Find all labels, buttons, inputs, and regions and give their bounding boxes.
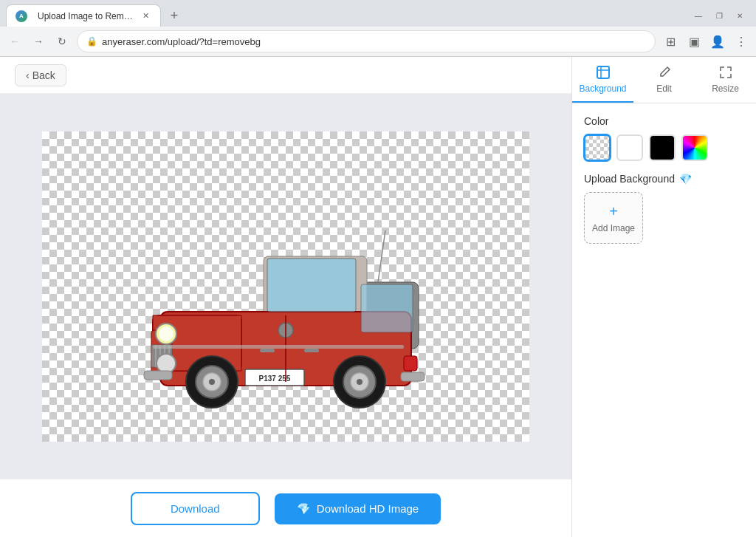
svg-rect-31 [153, 345, 404, 349]
svg-point-27 [357, 379, 362, 385]
add-image-label: Add Image [592, 223, 635, 233]
svg-rect-32 [401, 372, 425, 381]
edit-tab-label: Edit [656, 83, 672, 94]
svg-rect-33 [404, 356, 417, 371]
translate-icon[interactable]: ⊞ [662, 33, 679, 50]
footer-bar: Download 💎 Download HD Image [0, 479, 571, 537]
svg-rect-29 [260, 349, 275, 352]
background-tab-label: Background [579, 83, 626, 94]
browser-toolbar-icons: ⊞ ▣ 👤 ⋮ [662, 33, 750, 50]
browser-favicon: A [16, 10, 27, 22]
add-image-button[interactable]: + Add Image [584, 192, 643, 244]
resize-tab-icon [718, 64, 734, 81]
back-chevron-icon: ‹ [26, 69, 30, 81]
svg-rect-7 [361, 284, 413, 332]
url-text: anyeraser.com/upload/?td=removebg [102, 36, 261, 47]
custom-color-swatch[interactable] [681, 134, 708, 161]
svg-point-15 [157, 354, 176, 373]
diamond-icon: 💎 [297, 502, 311, 516]
tab-close-button[interactable]: ✕ [140, 10, 151, 22]
new-tab-button[interactable]: + [164, 5, 185, 26]
sidebar-icon[interactable]: ▣ [685, 33, 703, 50]
edit-tab-icon [656, 64, 673, 81]
color-options [584, 134, 744, 161]
address-bar: ← → ↻ 🔒 anyeraser.com/upload/?td=removeb… [0, 27, 756, 56]
svg-rect-16 [144, 371, 172, 380]
right-sidebar: Background Edit [571, 57, 756, 537]
maximize-button[interactable]: ❐ [715, 11, 724, 20]
tab-edit[interactable]: Edit [633, 57, 695, 103]
svg-rect-35 [597, 66, 609, 78]
black-color-swatch[interactable] [649, 134, 676, 161]
upload-bg-title: Upload Background 💎 [584, 173, 744, 185]
canvas-wrapper: P137 255 [42, 131, 529, 442]
app-container: ‹ Back [0, 57, 756, 537]
menu-icon[interactable]: ⋮ [732, 33, 750, 50]
title-bar: A Upload Image to Remove Bg ✕ + — ❐ ✕ [0, 0, 756, 27]
browser-chrome: A Upload Image to Remove Bg ✕ + — ❐ ✕ ← … [0, 0, 756, 57]
background-tab-icon [595, 64, 611, 81]
svg-point-14 [159, 326, 173, 341]
sidebar-tabs: Background Edit [572, 57, 756, 103]
url-input[interactable]: 🔒 anyeraser.com/upload/?td=removebg [77, 30, 656, 52]
refresh-button[interactable]: ↻ [53, 33, 71, 50]
forward-nav-button[interactable]: → [30, 33, 47, 50]
tab-background[interactable]: Background [572, 57, 633, 103]
main-area: ‹ Back [0, 57, 571, 537]
download-button[interactable]: Download [131, 492, 260, 525]
car-svg: P137 255 [116, 186, 456, 437]
window-controls: — ❐ ✕ [694, 11, 750, 20]
svg-line-34 [378, 230, 385, 282]
minimize-button[interactable]: — [694, 11, 703, 20]
profile-icon[interactable]: 👤 [709, 33, 726, 50]
svg-rect-6 [267, 259, 356, 312]
download-hd-button[interactable]: 💎 Download HD Image [275, 493, 441, 524]
tab-title: Upload Image to Remove Bg [38, 11, 134, 21]
resize-tab-label: Resize [712, 83, 739, 94]
download-hd-label: Download HD Image [317, 502, 419, 515]
browser-tab[interactable]: A Upload Image to Remove Bg ✕ [6, 4, 161, 27]
back-label: Back [32, 69, 55, 81]
svg-point-23 [209, 379, 215, 385]
image-canvas-area: P137 255 [0, 94, 571, 479]
plus-icon: + [609, 203, 618, 220]
transparent-color-swatch[interactable] [584, 134, 611, 161]
upload-bg-label: Upload Background [584, 173, 675, 185]
back-nav-button[interactable]: ← [6, 33, 24, 50]
back-button[interactable]: ‹ Back [15, 64, 66, 86]
car-image-container: P137 255 [116, 186, 456, 437]
white-color-swatch[interactable] [616, 134, 643, 161]
close-button[interactable]: ✕ [735, 11, 744, 20]
premium-icon: 💎 [679, 173, 692, 185]
color-section-title: Color [584, 115, 744, 127]
lock-icon: 🔒 [86, 36, 97, 47]
header-bar: ‹ Back [0, 57, 571, 94]
tab-resize[interactable]: Resize [695, 57, 756, 103]
sidebar-content: Color Upload Background 💎 + Add Image [572, 103, 756, 537]
svg-rect-30 [304, 349, 319, 352]
